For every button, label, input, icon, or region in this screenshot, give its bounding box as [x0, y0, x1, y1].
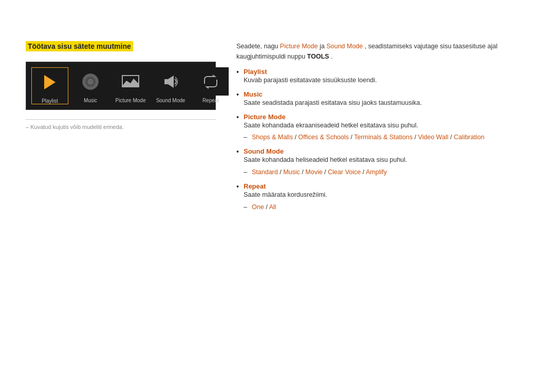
music-desc: Saate seadistada parajasti esitatava sis… [244, 99, 422, 106]
pm-terminals: Terminals & Stations [354, 134, 413, 141]
repeat-all: All [269, 203, 276, 211]
intro-prefix: Seadete, nagu [236, 43, 280, 50]
page-title: Töötava sisu sätete muutmine [26, 41, 133, 51]
picture-mode-icon-box [113, 67, 149, 96]
svg-rect-1 [164, 79, 168, 84]
pm-slash4: / [450, 134, 454, 141]
playlist-icon-box [32, 68, 68, 96]
playlist-title: Playlist [244, 68, 267, 76]
sound-mode-label: Sound Mode [156, 98, 186, 103]
repeat-item-desc: Saate määrata kordusrežiimi. [244, 191, 327, 198]
sound-mode-sub-list: Standard / Music / Movie / Clear Voice /… [244, 167, 529, 177]
picture-mode-sub-list: Shops & Malls / Offices & Schools / Term… [244, 132, 529, 142]
sm-standard: Standard [252, 169, 278, 176]
repeat-icon [202, 74, 219, 89]
svg-marker-2 [168, 76, 174, 88]
intro-ja: ja [320, 43, 326, 50]
pm-shops: Shops & Malls [252, 134, 293, 141]
repeat-icon-box [193, 67, 229, 96]
media-item-sound-mode[interactable]: Sound Mode [153, 67, 189, 103]
repeat-item-title: Repeat [244, 182, 266, 190]
sm-movie: Movie [305, 169, 322, 176]
sm-music: Music [283, 169, 300, 176]
picture-mode-highlight: Picture Mode [280, 43, 318, 50]
pm-offices: Offices & Schools [298, 134, 348, 141]
pm-slash2: / [350, 134, 354, 141]
left-panel: Töötava sisu sätete muutmine Playlist Mu… [26, 41, 216, 217]
sound-mode-highlight: Sound Mode [326, 43, 363, 50]
picture-mode-icon [121, 74, 140, 89]
intro-paragraph: Seadete, nagu Picture Mode ja Sound Mode… [236, 41, 529, 62]
sm-clearvoice: Clear Voice [328, 169, 361, 176]
divider [26, 119, 216, 120]
list-item-sound-mode: Sound Mode Saate kohandada heliseadeid h… [236, 147, 529, 177]
disc-icon [82, 73, 99, 90]
picture-mode-sub-item: Shops & Malls / Offices & Schools / Term… [244, 132, 529, 142]
footnote-text: – Kuvatud kujutis võib mudeliti erineda. [26, 124, 216, 130]
music-icon-box [72, 67, 108, 96]
pm-videowall: Video Wall [418, 134, 448, 141]
playlist-desc: Kuvab parajasti esitatavate sisuüksuste … [244, 77, 377, 84]
picture-mode-item-title: Picture Mode [244, 113, 286, 121]
tools-label: TOOLS [307, 53, 329, 60]
repeat-label: Repeat [202, 98, 219, 103]
page-container: Töötava sisu sätete muutmine Playlist Mu… [0, 0, 555, 238]
repeat-sub-item: One / All [244, 202, 529, 212]
playlist-label: Playlist [42, 98, 58, 104]
right-panel: Seadete, nagu Picture Mode ja Sound Mode… [236, 41, 529, 217]
media-item-repeat[interactable]: Repeat [193, 67, 229, 103]
sound-mode-item-title: Sound Mode [244, 147, 284, 155]
music-label: Music [84, 98, 97, 103]
list-item-music: Music Saate seadistada parajasti esitata… [236, 90, 529, 108]
media-item-music[interactable]: Music [72, 67, 108, 103]
sm-slash3: / [324, 169, 328, 176]
intro-period: . [331, 53, 332, 60]
list-item-playlist: Playlist Kuvab parajasti esitatavate sis… [236, 68, 529, 85]
repeat-one: One [252, 203, 264, 211]
media-item-picture-mode[interactable]: Picture Mode [113, 67, 149, 103]
sound-mode-item-desc: Saate kohandada heliseadeid hetkel esita… [244, 156, 407, 163]
list-item-picture-mode: Picture Mode Saate kohandada ekraanisead… [236, 113, 529, 143]
picture-mode-item-desc: Saate kohandada ekraaniseadeid hetkel es… [244, 122, 418, 129]
features-list: Playlist Kuvab parajasti esitatavate sis… [236, 68, 529, 212]
sound-mode-icon-box [153, 67, 189, 96]
repeat-sub-list: One / All [244, 202, 529, 212]
play-icon [44, 75, 55, 89]
sound-mode-sub-item: Standard / Music / Movie / Clear Voice /… [244, 167, 529, 177]
picture-mode-label: Picture Mode [116, 98, 146, 103]
pm-calibration: Calibration [454, 134, 485, 141]
sm-amplify: Amplify [366, 169, 387, 176]
media-player: Playlist Music Picture Mode [26, 62, 216, 110]
list-item-repeat: Repeat Saate määrata kordusrežiimi. One … [236, 182, 529, 212]
sound-mode-icon [163, 74, 178, 89]
music-title: Music [244, 90, 263, 98]
media-item-playlist[interactable]: Playlist [31, 67, 68, 104]
